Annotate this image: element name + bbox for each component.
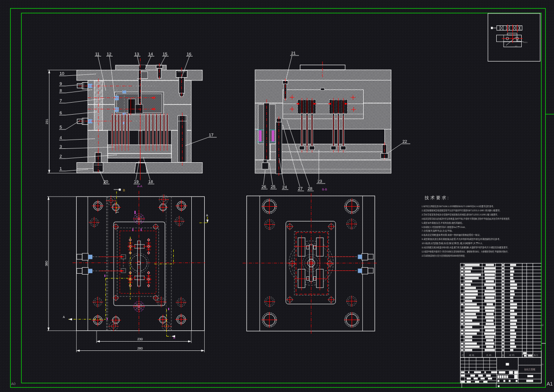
svg-text:6: 6 [60, 110, 62, 115]
svg-text:E: E [541, 324, 544, 326]
svg-text:16: 16 [187, 52, 191, 56]
svg-text:27: 27 [298, 186, 303, 191]
svg-text:28: 28 [308, 186, 312, 191]
svg-text:1: 1 [60, 166, 62, 171]
svg-text:3.导柱导套安装合模后分型面中定模座板在的相差,按GB/T1: 3.导柱导套安装合模后分型面中定模座板在的相差,按GB/T12555.3-199… [422, 213, 499, 216]
svg-text:6.各模板大小型面按要求加工,粗糙度Ra小于0.8um。: 6.各模板大小型面按要求加工,粗糙度Ra小于0.8um。 [422, 226, 467, 229]
svg-text:231: 231 [46, 119, 49, 124]
svg-text:13: 13 [134, 52, 139, 56]
svg-text:名 称: 名 称 [486, 354, 491, 357]
svg-text:8.模具应定期检查保养润滑,保持一致并做好防锈处理统一标识。: 8.模具应定期检查保养润滑,保持一致并做好防锈处理统一标识。 [422, 233, 482, 237]
svg-text:A-A: A-A [137, 185, 143, 188]
svg-text:材 料: 材 料 [509, 354, 514, 357]
svg-text:1.2: 1.2 [515, 45, 517, 47]
svg-text:26: 26 [262, 184, 266, 189]
svg-text:22: 22 [402, 139, 407, 144]
svg-text:11: 11 [95, 52, 99, 56]
svg-text:19: 19 [134, 179, 139, 184]
svg-text:3: 3 [60, 144, 62, 149]
svg-text:2: 2 [60, 154, 62, 159]
svg-text:12: 12 [107, 52, 111, 56]
svg-text:25: 25 [271, 184, 275, 189]
svg-text:数: 数 [502, 354, 505, 356]
svg-text:2.设定模板板间定模座板安装平台及平面的平行度按GB/T12: 2.设定模板板间定模座板安装平台及平面的平行度按GB/T12555.3-1990… [422, 209, 502, 212]
svg-text:5: 5 [60, 125, 62, 129]
svg-text:R0.5: R0.5 [524, 41, 528, 43]
svg-text:技 术 要 求 :: 技 术 要 求 : [424, 196, 449, 201]
svg-text:序: 序 [462, 354, 464, 356]
svg-text:14: 14 [148, 52, 153, 56]
svg-text:7: 7 [60, 98, 62, 103]
svg-text:规 格: 规 格 [469, 354, 474, 357]
svg-text:4: 4 [60, 135, 62, 140]
svg-text:A: A [63, 316, 65, 319]
svg-text:7.分型面无溢料毛边,注意平稳。: 7.分型面无溢料毛边,注意平稳。 [422, 229, 454, 233]
svg-text:24: 24 [282, 185, 287, 190]
svg-text:8: 8 [60, 88, 62, 93]
svg-text:380: 380 [45, 261, 49, 266]
svg-text:4.模具安装试模后必须进行空运转检查,动作平稳,不得有卡滞现: 4.模具安装试模后必须进行空运转检查,动作平稳,不得有卡滞现象;活动中平稳自如,… [422, 217, 511, 220]
svg-text:13.导未联动模架间的大分型小分型间隙值请参考GB8846标: 13.导未联动模架间的大分型小分型间隙值请参考GB8846标准-钢制造。 [422, 254, 466, 257]
svg-text:A1: A1 [547, 381, 553, 387]
svg-text:9.成型表面及浇注系统表面抛光处理,不允许有影响成型件的任何: 9.成型表面及浇注系统表面抛光处理,不允许有影响成型件的任何表面缺陷存在参考。 [422, 238, 502, 241]
svg-text:1.零件在分局前应及GB/T6184.1-2000钢制GB/: 1.零件在分局前应及GB/T6184.1-2000钢制GB/4170-1984中… [422, 205, 495, 208]
svg-text:A: A [206, 214, 208, 217]
svg-text:A0: A0 [11, 382, 16, 386]
svg-text:备注: 备注 [534, 354, 538, 357]
svg-text:11.模具装配完成后检查冷却水路,水道,胶口有无渗漏现象,水: 11.模具装配完成后检查冷却水路,水道,胶口有无渗漏现象,水道胶等不得与参考尺寸… [422, 246, 510, 249]
svg-text:9: 9 [60, 81, 62, 86]
svg-text:B: B [123, 189, 125, 192]
svg-text:18: 18 [148, 179, 153, 184]
svg-text:23: 23 [317, 179, 322, 184]
svg-text:15: 15 [163, 52, 167, 56]
svg-text:12.模架中标配件基本尺寸符合GB标注,垫块标准GB2、侧锁: 12.模架中标配件基本尺寸符合GB标注,垫块标准GB2、侧锁标准GB82、六角螺… [422, 250, 510, 253]
svg-text:230: 230 [137, 338, 143, 341]
svg-text:280: 280 [137, 347, 143, 350]
svg-text:10: 10 [60, 71, 64, 76]
svg-text:B-B: B-B [322, 188, 327, 191]
svg-text:17: 17 [209, 133, 213, 137]
svg-text:齿轮注塑模: 齿轮注塑模 [524, 368, 536, 371]
svg-text:5.成型零件表面光洁,不得有划痕,碰伤等缺陷。: 5.成型零件表面光洁,不得有划痕,碰伤等缺陷。 [422, 221, 464, 225]
svg-text:10.模具分型面合模后应保证密合,最大间隙不大于0.2。: 10.模具分型面合模后应保证密合,最大间隙不大于0.2。 [422, 242, 485, 245]
svg-text:21: 21 [291, 51, 296, 55]
